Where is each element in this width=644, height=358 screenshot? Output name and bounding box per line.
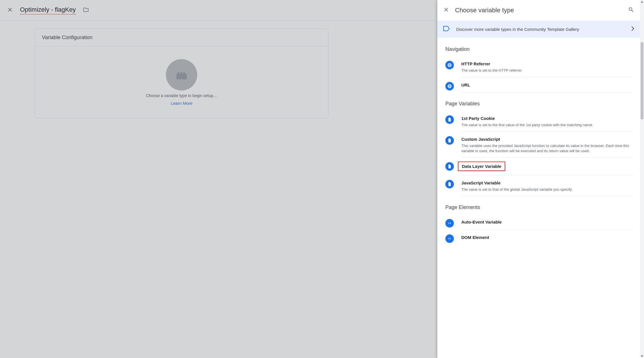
os-scrollbar[interactable] [640,0,644,358]
variable-type-drawer: Choose variable type Discover more varia… [437,0,640,358]
page-icon [445,162,454,171]
drawer-header: Choose variable type [437,0,640,21]
globe-icon [445,61,454,69]
variable-type-js-variable[interactable]: JavaScript Variable The value is set to … [445,175,640,196]
scroll-down-icon[interactable] [640,354,644,358]
item-title: JavaScript Variable [459,179,503,186]
code-icon [445,219,454,228]
item-title: Auto-Event Variable [459,218,504,226]
chevron-right-icon [631,26,634,32]
section-page-elements: Page Elements [445,204,640,210]
item-title: HTTP Referrer [459,60,492,67]
item-desc: The value is set to the first value of t… [461,122,633,128]
search-icon[interactable] [628,7,634,14]
item-desc: The value is set to the HTTP referrer. [461,68,633,73]
variable-type-custom-js[interactable]: Custom JavaScript This variable uses the… [445,132,640,158]
discover-gallery-banner[interactable]: Discover more variable types in the Comm… [437,21,640,38]
scroll-up-icon[interactable] [640,0,644,4]
page-icon [445,136,454,145]
page-icon [445,180,454,188]
globe-icon [445,82,454,90]
page-icon [445,115,454,124]
drawer-scroll-area[interactable]: Navigation HTTP Referrer The value is se… [437,38,640,358]
variable-type-dom-element[interactable]: DOM Element [445,230,640,245]
item-title: 1st Party Cookie [459,115,497,122]
variable-type-data-layer[interactable]: Data Layer Variable [445,158,640,175]
drawer-title: Choose variable type [455,7,622,14]
variable-type-url[interactable]: URL [445,77,640,93]
discover-text: Discover more variable types in the Comm… [456,27,625,32]
code-icon [445,234,454,243]
item-desc: The value is set to that of the global J… [461,187,633,192]
variable-type-auto-event[interactable]: Auto-Event Variable [445,214,640,230]
item-title: Custom JavaScript [459,136,502,143]
item-title: Data Layer Variable [458,162,505,171]
item-desc: This variable uses the provided JavaScri… [461,143,633,153]
item-title: DOM Element [459,234,492,241]
tag-icon [443,26,450,33]
section-navigation: Navigation [445,46,640,52]
variable-type-http-referrer[interactable]: HTTP Referrer The value is set to the HT… [445,56,640,77]
close-icon[interactable] [443,7,449,14]
scroll-thumb[interactable] [641,42,643,119]
variable-type-first-party-cookie[interactable]: 1st Party Cookie The value is set to the… [445,111,640,132]
section-page-variables: Page Variables [445,101,640,107]
item-title: URL [459,81,472,89]
